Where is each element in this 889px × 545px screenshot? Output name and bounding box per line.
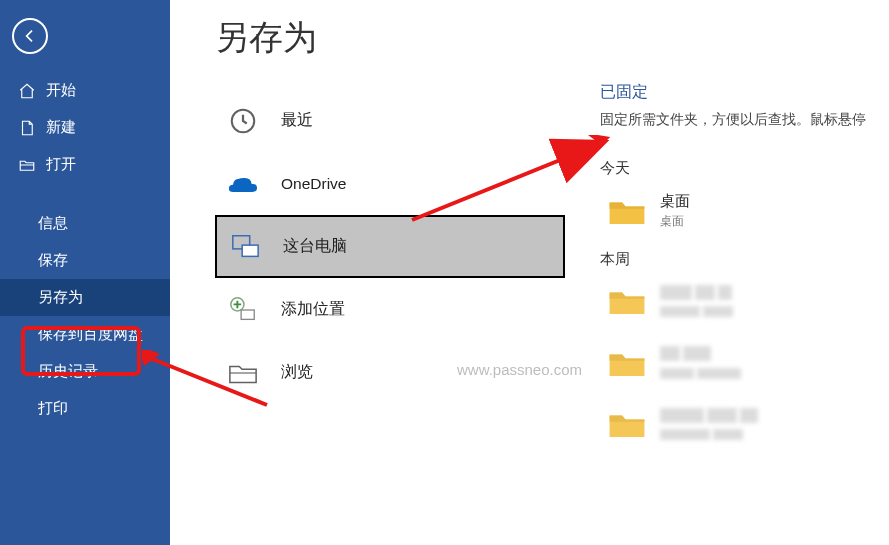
folder-path-blurred [660, 368, 744, 382]
back-button[interactable] [12, 18, 48, 54]
folder-name: 桌面 [660, 194, 690, 209]
sidebar-item-open[interactable]: 打开 [0, 146, 170, 183]
pinned-hint: 固定所需文件夹，方便以后查找。鼠标悬停 [600, 111, 880, 129]
sidebar-item-label: 保存 [38, 251, 68, 270]
location-label: OneDrive [281, 175, 346, 193]
this-pc-icon [229, 231, 261, 263]
location-label: 最近 [281, 110, 313, 131]
sidebar-item-home[interactable]: 开始 [0, 72, 170, 109]
group-title-today: 今天 [600, 159, 880, 178]
folder-name-blurred [660, 285, 736, 303]
new-file-icon [18, 119, 36, 137]
backstage-sidebar: 开始 新建 打开 信息 保存 另存为 保存到百度网盘 [0, 0, 170, 545]
recent-icon [227, 105, 259, 137]
sidebar-item-save[interactable]: 保存 [0, 242, 170, 279]
location-this-pc[interactable]: 这台电脑 [215, 215, 565, 278]
folder-row-blurred[interactable] [600, 402, 880, 450]
page-title: 另存为 [215, 15, 889, 61]
home-icon [18, 82, 36, 100]
watermark-text: www.passneo.com [457, 361, 582, 378]
sidebar-item-print[interactable]: 打印 [0, 390, 170, 427]
location-label: 添加位置 [281, 299, 345, 320]
sidebar-item-label: 保存到百度网盘 [38, 325, 143, 344]
open-folder-icon [18, 156, 36, 174]
sidebar-item-label: 打印 [38, 399, 68, 418]
location-onedrive[interactable]: OneDrive [215, 152, 565, 215]
onedrive-icon [227, 168, 259, 200]
sidebar-item-history[interactable]: 历史记录 [0, 353, 170, 390]
sidebar-item-label: 历史记录 [38, 362, 98, 381]
group-title-week: 本周 [600, 250, 880, 269]
sidebar-item-new[interactable]: 新建 [0, 109, 170, 146]
folder-icon [608, 287, 646, 317]
folder-path-blurred [660, 306, 736, 320]
folder-path-blurred [660, 429, 761, 443]
folder-path: 桌面 [660, 213, 690, 230]
folder-name-blurred [660, 346, 744, 364]
back-arrow-icon [22, 28, 38, 44]
folder-row-blurred[interactable] [600, 279, 880, 327]
pinned-heading: 已固定 [600, 82, 880, 103]
location-recent[interactable]: 最近 [215, 89, 565, 152]
svg-rect-2 [242, 245, 258, 256]
folder-name-blurred [660, 408, 761, 426]
folder-row-desktop[interactable]: 桌面 桌面 [600, 188, 880, 236]
folder-row-blurred[interactable] [600, 340, 880, 388]
browse-folder-icon [227, 357, 259, 389]
sidebar-item-label: 开始 [46, 81, 76, 100]
sidebar-item-info[interactable]: 信息 [0, 205, 170, 242]
right-column: 已固定 固定所需文件夹，方便以后查找。鼠标悬停 今天 桌面 桌面 本周 [600, 82, 880, 463]
location-add-place[interactable]: 添加位置 [215, 278, 565, 341]
sidebar-item-label: 信息 [38, 214, 68, 233]
location-list: 最近 OneDrive 这台电脑 [215, 89, 565, 404]
location-label: 这台电脑 [283, 236, 347, 257]
sidebar-item-baidu[interactable]: 保存到百度网盘 [0, 316, 170, 353]
sidebar-item-label: 新建 [46, 118, 76, 137]
add-place-icon [227, 294, 259, 326]
location-label: 浏览 [281, 362, 313, 383]
main-area: 另存为 最近 OneDrive [170, 0, 889, 545]
folder-icon [608, 349, 646, 379]
sidebar-item-label: 打开 [46, 155, 76, 174]
folder-icon [608, 197, 646, 227]
sidebar-item-saveas[interactable]: 另存为 [0, 279, 170, 316]
folder-icon [608, 410, 646, 440]
svg-rect-4 [241, 310, 254, 319]
sidebar-item-label: 另存为 [38, 288, 83, 307]
